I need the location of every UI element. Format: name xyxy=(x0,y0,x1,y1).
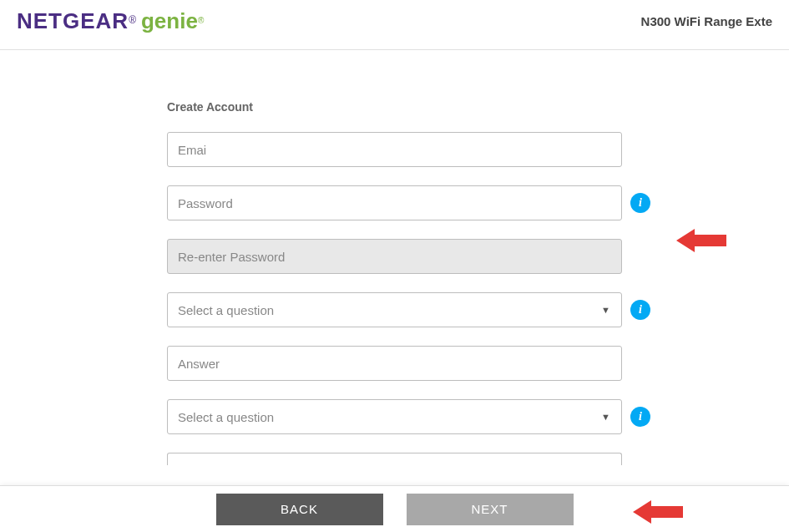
password-row: i xyxy=(167,185,622,220)
content: Create Account i Select a question ▼ i S… xyxy=(0,50,789,465)
create-account-form: Create Account i Select a question ▼ i S… xyxy=(167,100,622,465)
reenter-password-row xyxy=(167,239,622,274)
header: NETGEAR® genie® N300 WiFi Range Exte xyxy=(0,0,789,50)
security-question-1-row: Select a question ▼ i xyxy=(167,292,622,327)
email-field[interactable] xyxy=(167,132,622,167)
back-button[interactable]: BACK xyxy=(216,494,383,525)
password-field[interactable] xyxy=(167,185,622,220)
email-row xyxy=(167,132,622,167)
info-icon[interactable]: i xyxy=(630,300,650,320)
annotation-arrow-icon xyxy=(676,226,726,255)
security-question-2-select[interactable]: Select a question xyxy=(167,399,622,434)
partial-next-field xyxy=(167,453,622,465)
reenter-password-field[interactable] xyxy=(167,239,622,274)
logo-netgear: NETGEAR® xyxy=(17,8,136,34)
next-button[interactable]: NEXT xyxy=(407,494,574,525)
form-title: Create Account xyxy=(167,100,622,114)
security-question-2-row: Select a question ▼ i xyxy=(167,399,622,434)
answer-field[interactable] xyxy=(167,346,622,381)
logo-genie: genie® xyxy=(141,8,204,34)
info-icon[interactable]: i xyxy=(630,193,650,213)
answer-row xyxy=(167,346,622,381)
logo: NETGEAR® genie® xyxy=(17,8,204,34)
svg-marker-0 xyxy=(676,229,726,252)
annotation-arrow-icon xyxy=(633,498,683,526)
svg-marker-1 xyxy=(633,500,683,524)
product-name: N300 WiFi Range Exte xyxy=(641,14,772,28)
security-question-1-select[interactable]: Select a question xyxy=(167,292,622,327)
info-icon[interactable]: i xyxy=(630,407,650,427)
